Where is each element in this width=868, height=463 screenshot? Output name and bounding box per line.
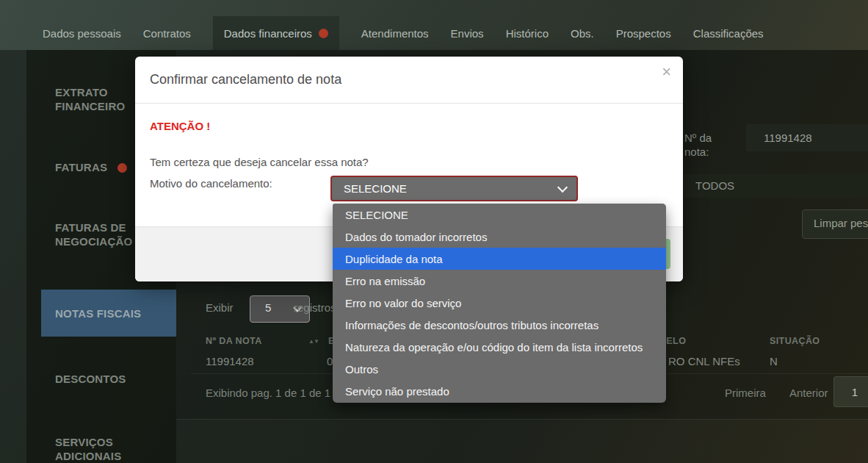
sidebar-item-descontos[interactable]: DESCONTOS bbox=[55, 372, 126, 386]
option-outros[interactable]: Outros bbox=[333, 359, 666, 381]
tab-envios[interactable]: Envios bbox=[451, 16, 484, 50]
sidebar-item-faturas[interactable]: FATURAS bbox=[55, 160, 127, 174]
option-erro-emissao[interactable]: Erro na emissão bbox=[333, 270, 666, 292]
option-natureza-operacao[interactable]: Natureza da operação e/ou código do item… bbox=[333, 337, 666, 359]
option-selecione[interactable]: SELECIONE bbox=[333, 204, 666, 226]
option-informacoes-descontos[interactable]: Informações de descontos/outros tributos… bbox=[333, 315, 666, 337]
tab-obs[interactable]: Obs. bbox=[571, 16, 594, 50]
option-duplicidade[interactable]: Duplicidade da nota bbox=[333, 248, 666, 270]
pagination-first[interactable]: Primeira bbox=[725, 387, 766, 399]
exibir-label: Exibir bbox=[206, 301, 234, 314]
pagination-previous[interactable]: Anterior bbox=[789, 387, 828, 399]
clear-search-button[interactable]: Limpar pes bbox=[802, 209, 868, 239]
nota-number-input[interactable]: 11991428 bbox=[746, 124, 868, 151]
option-erro-valor[interactable]: Erro no valor do serviço bbox=[333, 292, 666, 314]
nota-number-label: Nº da nota: bbox=[684, 131, 721, 159]
tab-dados-financeiros[interactable]: Dados financeiros bbox=[213, 16, 339, 50]
tab-historico[interactable]: Histórico bbox=[506, 16, 549, 50]
client-record-page: Dados pessoais Contratos Dados financeir… bbox=[0, 0, 868, 463]
tab-prospectos[interactable]: Prospectos bbox=[616, 16, 671, 50]
modal-title: Confirmar cancelamento de nota bbox=[150, 57, 341, 103]
warning-text: ATENÇÃO ! bbox=[150, 120, 210, 132]
sidebar-item-notas-fiscais[interactable]: NOTAS FISCAIS bbox=[41, 290, 176, 337]
tab-classificacoes[interactable]: Classificações bbox=[693, 16, 764, 50]
tab-contratos[interactable]: Contratos bbox=[143, 16, 191, 50]
modal-header-divider bbox=[135, 103, 683, 104]
close-icon[interactable]: × bbox=[662, 64, 671, 80]
notification-dot-icon bbox=[117, 163, 127, 173]
chevron-down-icon bbox=[557, 182, 568, 193]
sort-icon[interactable] bbox=[308, 338, 319, 345]
confirm-question: Tem certeza que deseja cancelar essa not… bbox=[150, 156, 369, 168]
cancel-reason-select[interactable]: SELECIONE bbox=[330, 176, 578, 201]
cell-modelo: RO CNL NFEs bbox=[668, 355, 740, 367]
option-servico-nao-prestado[interactable]: Serviço não prestado bbox=[333, 381, 666, 403]
cell-situacao: N bbox=[770, 355, 778, 367]
reason-label: Motivo do cancelamento: bbox=[150, 177, 272, 190]
cancel-reason-options-list: SELECIONE Dados do tomador incorretos Du… bbox=[333, 204, 666, 403]
column-header-nota[interactable]: Nº DA NOTA bbox=[206, 336, 262, 346]
tab-atendimentos[interactable]: Atendimentos bbox=[361, 16, 429, 50]
status-filter-select[interactable]: TODOS bbox=[683, 174, 868, 198]
sidebar-item-servicos-adicionais[interactable]: SERVIÇOS ADICIONAIS bbox=[55, 435, 143, 463]
cell-nota: 11991428 bbox=[206, 355, 254, 367]
top-nav-tabs: Dados pessoais Contratos Dados financeir… bbox=[0, 0, 868, 50]
notification-dot-icon bbox=[319, 29, 328, 38]
pagination-page-1[interactable]: 1 bbox=[833, 376, 868, 407]
registros-label: registros bbox=[294, 301, 336, 314]
table-summary: Exibindo pag. 1 de 1 de 1 re bbox=[206, 387, 344, 399]
column-header-situacao[interactable]: SITUAÇÃO bbox=[770, 336, 820, 346]
tab-dados-pessoais[interactable]: Dados pessoais bbox=[43, 16, 121, 50]
option-dados-tomador[interactable]: Dados do tomador incorretos bbox=[333, 226, 666, 248]
